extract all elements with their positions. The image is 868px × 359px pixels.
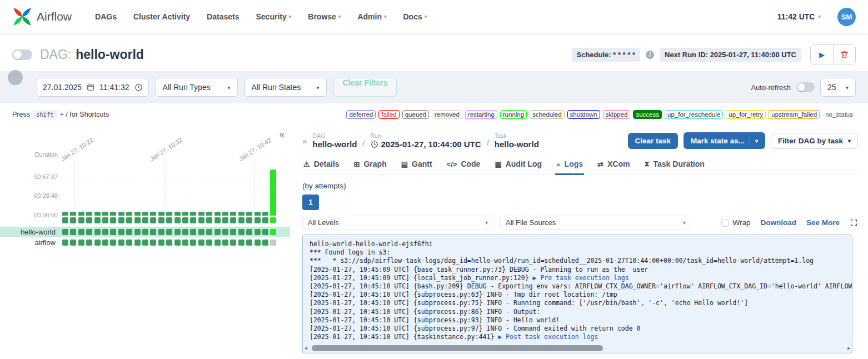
run-state-square[interactable] (206, 217, 212, 223)
task-state-square[interactable] (190, 229, 196, 235)
task-state-square[interactable] (262, 240, 268, 246)
log-link[interactable]: ▶ Pre task execution logs (533, 274, 629, 282)
duration-bar[interactable] (222, 212, 228, 216)
run-state-square[interactable] (262, 217, 268, 223)
run-state-square[interactable] (182, 217, 188, 223)
run-state-square[interactable] (110, 217, 116, 223)
tab-audit-log[interactable]: ▦Audit Log (493, 154, 543, 175)
run-types-select[interactable]: All Run Types ▾ (156, 78, 238, 97)
task-state-square[interactable] (174, 240, 181, 246)
duration-bar[interactable] (118, 212, 124, 216)
collapse-grid-icon[interactable]: « (280, 129, 285, 140)
collapse-filters-button[interactable] (8, 70, 23, 85)
duration-bar[interactable] (94, 212, 101, 216)
duration-bar[interactable] (102, 212, 108, 216)
log-levels-select[interactable]: All Levels ▾ (302, 216, 493, 230)
task-state-square[interactable] (70, 229, 76, 235)
task-state-square[interactable] (262, 229, 268, 235)
task-state-square[interactable] (246, 229, 252, 235)
brand[interactable]: Airflow (12, 7, 72, 27)
duration-bar[interactable] (86, 212, 92, 216)
run-state-square[interactable] (270, 217, 276, 223)
auto-refresh-toggle[interactable] (796, 82, 815, 92)
task-state-square[interactable] (230, 240, 236, 246)
dag-pause-toggle[interactable] (12, 49, 32, 60)
duration-bar[interactable] (62, 212, 68, 216)
task-state-square[interactable] (102, 229, 108, 235)
nav-item-browse[interactable]: Browse▾ (308, 12, 341, 21)
run-state-square[interactable] (134, 217, 141, 223)
run-state-square[interactable] (230, 217, 236, 223)
nav-item-datasets[interactable]: Datasets (207, 12, 239, 21)
task-name-label[interactable]: airflow (0, 238, 58, 247)
task-state-square[interactable] (222, 240, 228, 246)
tab-details[interactable]: ⚠Details (302, 154, 341, 175)
breadcrumb-dag-value[interactable]: hello-world (312, 139, 357, 149)
duration-bar[interactable] (126, 212, 132, 216)
task-state-square[interactable] (118, 229, 124, 235)
task-state-square[interactable] (158, 229, 164, 235)
nav-item-docs[interactable]: Docs▾ (403, 12, 427, 21)
tab-code[interactable]: </>Code (446, 154, 482, 175)
duration-bar[interactable] (190, 212, 196, 216)
task-state-square[interactable] (230, 229, 236, 235)
run-state-square[interactable] (126, 217, 132, 223)
task-state-square[interactable] (62, 240, 68, 246)
task-state-square[interactable] (134, 229, 141, 235)
download-link[interactable]: Download (760, 218, 796, 227)
task-state-square[interactable] (222, 229, 228, 235)
duration-bar[interactable] (110, 212, 116, 216)
duration-bar[interactable] (166, 212, 172, 216)
duration-bar[interactable] (214, 212, 221, 216)
expand-grid-icon[interactable]: » (302, 136, 307, 146)
nav-item-admin[interactable]: Admin▾ (357, 12, 386, 21)
duration-bar[interactable] (142, 212, 148, 216)
run-state-square[interactable] (198, 217, 204, 223)
timezone-dropdown[interactable]: 11:42 UTC ▾ (777, 12, 821, 21)
task-state-square[interactable] (238, 229, 245, 235)
run-states-select[interactable]: All Run States ▾ (245, 78, 327, 97)
task-state-square[interactable] (70, 240, 76, 246)
task-state-square[interactable] (142, 229, 148, 235)
nav-item-cluster-activity[interactable]: Cluster Activity (133, 12, 190, 21)
run-state-square[interactable] (94, 217, 101, 223)
run-state-square[interactable] (174, 217, 181, 223)
scroll-right-icon[interactable]: ▶ (847, 345, 850, 351)
task-state-square[interactable] (126, 229, 132, 235)
tab-xcom[interactable]: ⇄XCom (596, 154, 631, 175)
task-state-square[interactable] (255, 240, 261, 246)
run-state-square[interactable] (246, 217, 252, 223)
task-state-square[interactable] (94, 229, 101, 235)
task-state-square[interactable] (238, 240, 245, 246)
run-state-square[interactable] (62, 217, 68, 223)
info-icon[interactable]: i (646, 51, 654, 59)
duration-bar[interactable] (246, 212, 252, 216)
duration-bar[interactable] (255, 212, 261, 216)
task-state-square[interactable] (198, 229, 204, 235)
task-state-square[interactable] (134, 240, 141, 246)
duration-bar[interactable] (198, 212, 204, 216)
task-state-square[interactable] (246, 240, 252, 246)
checkbox-box[interactable] (721, 219, 729, 227)
run-state-square[interactable] (214, 217, 221, 223)
task-state-square[interactable] (78, 229, 84, 235)
task-state-square[interactable] (118, 240, 124, 246)
run-state-square[interactable] (222, 217, 228, 223)
run-state-square[interactable] (78, 217, 84, 223)
avatar[interactable]: SM (837, 8, 856, 26)
nav-item-dags[interactable]: DAGs (95, 12, 117, 21)
task-state-square[interactable] (142, 240, 148, 246)
duration-bar[interactable] (158, 212, 164, 216)
duration-bar[interactable] (182, 212, 188, 216)
see-more-link[interactable]: See More (806, 218, 840, 227)
task-state-square[interactable] (214, 229, 221, 235)
run-state-square[interactable] (86, 217, 92, 223)
delete-dag-button[interactable] (833, 45, 855, 64)
mark-state-button[interactable]: Mark state as... ▾ (684, 132, 765, 149)
task-state-square[interactable] (102, 240, 108, 246)
run-state-square[interactable] (238, 217, 245, 223)
task-state-square[interactable] (174, 229, 181, 235)
task-state-square[interactable] (62, 229, 68, 235)
log-link[interactable]: ▶ Post task execution logs (498, 333, 598, 341)
filter-dag-by-task-button[interactable]: Filter DAG by task ▾ (771, 133, 858, 149)
